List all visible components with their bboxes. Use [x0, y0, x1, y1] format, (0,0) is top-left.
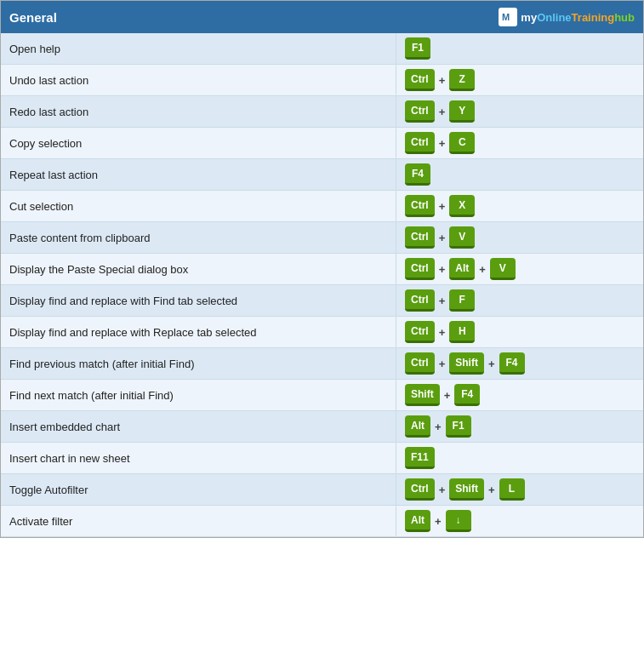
table-row: Display the Paste Special dialog boxCtrl… [1, 254, 643, 285]
logo-icon: M [499, 8, 517, 26]
row-keys: F4 [396, 159, 643, 190]
key-separator: + [439, 326, 446, 339]
key-badge: Ctrl [405, 226, 435, 249]
key-badge: Ctrl [405, 100, 435, 123]
table-row: Display find and replace with Replace ta… [1, 317, 643, 348]
rows-container: Open helpF1Undo last actionCtrl+ZRedo la… [1, 33, 643, 537]
key-separator: + [444, 389, 451, 402]
table-row: Find next match (after initial Find)Shif… [1, 380, 643, 411]
key-separator: + [479, 263, 486, 276]
table-row: Redo last actionCtrl+Y [1, 96, 643, 128]
key-separator: + [435, 421, 442, 433]
table-title: General [9, 10, 57, 25]
row-label: Copy selection [1, 128, 396, 158]
row-keys: Alt+F1 [396, 411, 643, 442]
logo: M myOnlineTraininghub [499, 8, 635, 26]
row-label: Open help [1, 33, 396, 64]
key-badge: Y [449, 100, 475, 123]
key-separator: + [439, 484, 446, 496]
key-badge: Shift [449, 352, 484, 375]
row-keys: Ctrl+F [396, 285, 643, 316]
table-row: Repeat last actionF4 [1, 159, 643, 191]
row-label: Redo last action [1, 96, 396, 127]
key-badge: F4 [499, 352, 525, 375]
key-badge: Ctrl [405, 195, 435, 217]
table-header: General M myOnlineTraininghub [1, 1, 643, 33]
key-badge: L [499, 478, 525, 501]
row-keys: Ctrl+C [396, 128, 643, 158]
key-separator: + [439, 232, 446, 244]
table-row: Undo last actionCtrl+Z [1, 65, 643, 96]
row-label: Display find and replace with Find tab s… [1, 285, 396, 316]
key-badge: X [449, 195, 475, 217]
key-badge: Ctrl [405, 289, 435, 312]
table-row: Toggle AutofilterCtrl+Shift+L [1, 474, 643, 506]
key-badge: Z [449, 69, 475, 91]
table-row: Copy selectionCtrl+C [1, 128, 643, 159]
row-keys: Shift+F4 [396, 380, 643, 410]
row-label: Insert chart in new sheet [1, 443, 396, 473]
row-keys: F1 [396, 33, 643, 64]
row-keys: Ctrl+Alt+V [396, 254, 643, 284]
table-row: Insert embedded chartAlt+F1 [1, 411, 643, 443]
row-keys: Ctrl+Z [396, 65, 643, 95]
key-badge: F [449, 289, 475, 312]
row-keys: Ctrl+Shift+F4 [396, 348, 643, 379]
key-badge: C [449, 132, 475, 154]
key-badge: Alt [405, 510, 430, 532]
shortcuts-table: General M myOnlineTraininghub Open helpF… [0, 0, 644, 538]
svg-text:M: M [502, 12, 510, 22]
key-badge: V [490, 258, 516, 280]
key-badge: Ctrl [405, 352, 435, 375]
key-badge: Ctrl [405, 69, 435, 91]
row-keys: Ctrl+Shift+L [396, 474, 643, 505]
table-row: Find previous match (after initial Find)… [1, 348, 643, 380]
key-badge: Ctrl [405, 132, 435, 154]
key-badge: F4 [405, 163, 430, 186]
row-label: Toggle Autofilter [1, 474, 396, 505]
key-badge: Ctrl [405, 321, 435, 343]
table-row: Cut selectionCtrl+X [1, 191, 643, 222]
key-badge: F11 [405, 447, 435, 469]
row-keys: Ctrl+Y [396, 96, 643, 127]
key-badge: H [449, 321, 475, 343]
row-label: Display the Paste Special dialog box [1, 254, 396, 284]
row-label: Find next match (after initial Find) [1, 380, 396, 410]
row-keys: Ctrl+H [396, 317, 643, 347]
table-row: Paste content from clipboardCtrl+V [1, 222, 643, 254]
key-badge: Shift [449, 478, 484, 501]
table-row: Display find and replace with Find tab s… [1, 285, 643, 317]
table-row: Open helpF1 [1, 33, 643, 65]
key-badge: F1 [405, 37, 430, 60]
key-separator: + [439, 200, 446, 213]
row-label: Insert embedded chart [1, 411, 396, 442]
row-label: Activate filter [1, 506, 396, 536]
row-keys: Alt+↓ [396, 506, 643, 536]
key-badge: Alt [405, 415, 430, 438]
key-separator: + [488, 484, 495, 496]
key-badge: F1 [446, 415, 471, 438]
row-keys: Ctrl+V [396, 222, 643, 253]
row-label: Repeat last action [1, 159, 396, 190]
key-badge: F4 [454, 384, 480, 406]
logo-text: myOnlineTraininghub [521, 11, 635, 24]
table-row: Activate filterAlt+↓ [1, 506, 643, 537]
table-row: Insert chart in new sheetF11 [1, 443, 643, 474]
key-separator: + [439, 74, 446, 87]
key-badge: V [449, 226, 475, 249]
key-badge: Alt [449, 258, 475, 280]
row-label: Find previous match (after initial Find) [1, 348, 396, 379]
row-keys: F11 [396, 443, 643, 473]
key-badge: Ctrl [405, 258, 435, 280]
key-separator: + [439, 358, 446, 370]
key-badge: ↓ [446, 510, 471, 532]
key-separator: + [488, 358, 495, 370]
key-separator: + [435, 515, 442, 528]
key-separator: + [439, 137, 446, 150]
key-separator: + [439, 295, 446, 307]
row-label: Cut selection [1, 191, 396, 221]
row-keys: Ctrl+X [396, 191, 643, 221]
row-label: Undo last action [1, 65, 396, 95]
key-separator: + [439, 106, 446, 118]
key-badge: Ctrl [405, 478, 435, 501]
